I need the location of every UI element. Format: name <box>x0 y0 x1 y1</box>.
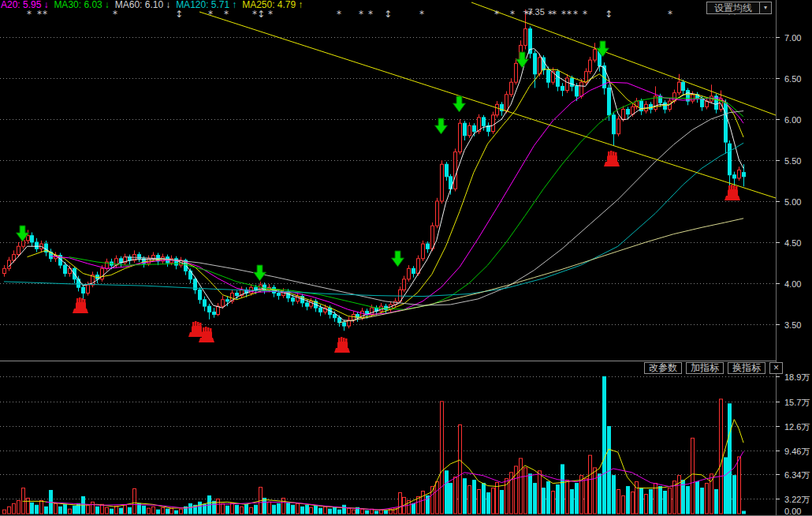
candle <box>728 144 732 175</box>
volume-bar <box>557 485 560 514</box>
volume-bar <box>520 458 523 514</box>
switch-indicator-button[interactable]: 换指标 <box>728 362 765 374</box>
candle <box>422 244 425 259</box>
volume-bar <box>454 477 457 514</box>
price-axis-label: 5.00 <box>784 197 801 207</box>
candle <box>580 82 583 96</box>
ma-line-ma20 <box>50 82 743 314</box>
moving-average-lines <box>4 49 743 323</box>
event-star-icon: * <box>552 9 557 20</box>
volume-bar <box>445 471 449 514</box>
volume-bar <box>268 502 271 514</box>
candle <box>585 72 588 83</box>
green-down-arrow-icon <box>453 96 466 112</box>
volume-bar <box>101 504 104 514</box>
green-down-arrow-icon <box>392 251 404 267</box>
candle <box>13 255 16 260</box>
volume-bar <box>589 455 592 514</box>
volume-bar <box>333 507 337 514</box>
event-star-icon: * <box>359 9 363 20</box>
volume-bar <box>115 506 118 514</box>
vol-ma-line-vol-ma10 <box>46 451 743 510</box>
candle <box>82 287 85 293</box>
volume-bar <box>622 495 625 514</box>
volume-bar <box>441 402 444 514</box>
volume-bar <box>87 505 90 514</box>
volume-bar <box>64 504 67 514</box>
candle <box>594 50 597 61</box>
event-star-icon: * <box>668 9 672 20</box>
volume-bar <box>399 493 402 514</box>
green-down-arrow-icon <box>254 265 266 281</box>
candle <box>199 290 202 300</box>
change-params-button[interactable]: 改参数 <box>644 362 682 374</box>
chart-canvas[interactable]: 7.006.506.005.505.004.504.003.5018.9万15.… <box>0 0 812 516</box>
ma-settings-dropdown-icon[interactable]: ▾ <box>760 2 772 14</box>
volume-bar <box>691 438 695 514</box>
ma-legend-item: MA120: 5.71↑ <box>176 0 237 10</box>
candle <box>408 268 411 279</box>
volume-bar <box>603 376 606 514</box>
volume-bar <box>138 503 141 514</box>
add-indicator-button[interactable]: 加指标 <box>686 362 724 374</box>
volume-bar <box>529 474 532 514</box>
green-down-arrow-icon <box>435 118 448 134</box>
candle <box>515 63 518 82</box>
volume-bar <box>375 511 378 514</box>
candle <box>468 125 471 136</box>
candle <box>236 294 239 296</box>
indicator-toolbar: 改参数 加指标 换指标 × <box>644 362 783 374</box>
volume-bar <box>263 498 266 514</box>
volume-bar <box>110 509 114 514</box>
candle <box>343 323 346 326</box>
price-axis: 7.006.506.005.505.004.504.003.50 <box>776 33 801 330</box>
candle <box>27 236 30 241</box>
volume-bar <box>222 503 225 514</box>
candle <box>31 236 34 242</box>
volume-bar <box>617 490 620 514</box>
volume-bar <box>585 479 588 514</box>
event-star-icon: * <box>43 9 47 20</box>
price-grid <box>0 38 776 325</box>
candle <box>454 152 457 189</box>
volume-bar <box>492 488 495 514</box>
volume-bar <box>706 484 709 514</box>
candle <box>482 118 486 125</box>
price-axis-label: 4.00 <box>784 279 801 289</box>
candle <box>319 308 322 312</box>
volume-bar <box>728 404 732 514</box>
volume-bar <box>282 498 285 514</box>
volume-bar <box>645 495 648 514</box>
volume-bar <box>301 507 304 514</box>
price-axis-label: 6.50 <box>784 74 801 84</box>
volume-bar <box>348 508 351 514</box>
volume-bar <box>710 474 713 514</box>
volume-bar <box>659 487 662 514</box>
volume-bar <box>147 508 151 514</box>
volume-bar <box>162 507 165 514</box>
candle <box>441 164 444 201</box>
volume-bar <box>13 503 16 514</box>
volume-bar <box>696 482 699 514</box>
volume-bars <box>3 376 746 514</box>
volume-bar <box>3 510 6 514</box>
event-star-icon: * <box>567 9 572 20</box>
close-pane-icon[interactable]: × <box>769 362 783 374</box>
peak-price-label: ~7.35 <box>523 7 545 17</box>
ma-settings-button[interactable]: 设置均线 <box>706 2 760 14</box>
volume-bar <box>120 508 123 514</box>
volume-bar <box>720 399 723 514</box>
volume-bar <box>547 482 550 514</box>
trend-up-icon: ↑ <box>232 0 237 10</box>
volume-bar <box>324 507 327 514</box>
event-star-icon: * <box>419 9 424 20</box>
ma-line-ma30 <box>69 98 744 309</box>
candle <box>213 312 216 314</box>
volume-bar <box>627 487 630 514</box>
volume-bar <box>724 458 728 514</box>
volume-bar <box>385 510 388 514</box>
candle <box>417 259 420 274</box>
volume-bar <box>571 490 574 514</box>
volume-bar <box>664 492 667 514</box>
candle <box>659 96 662 103</box>
